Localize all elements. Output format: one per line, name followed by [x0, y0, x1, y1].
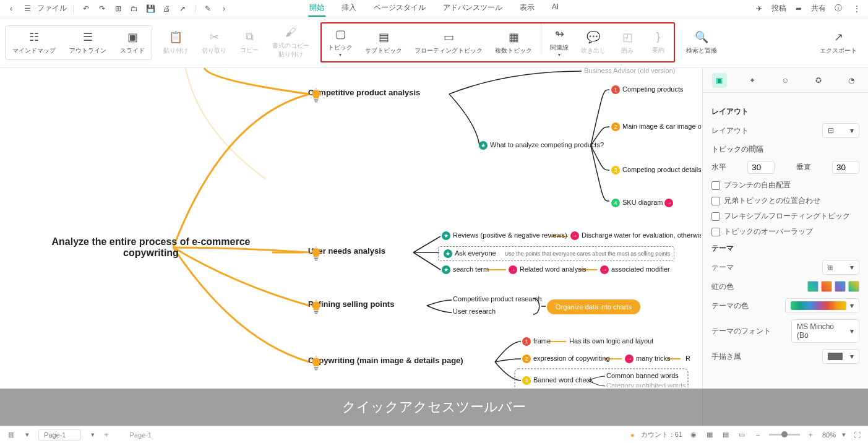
node-expr[interactable]: 2expression of copywriting: [522, 355, 610, 363]
file-menu[interactable]: ファイル: [37, 3, 67, 14]
node-bizadvisor[interactable]: Business Advisor (old version): [584, 68, 675, 74]
tab-ai[interactable]: AI: [551, 0, 560, 17]
add-page-icon[interactable]: ＋: [101, 430, 111, 440]
center-topic[interactable]: Analyze the entire process of e-commerce…: [40, 236, 262, 259]
new-icon[interactable]: ⊞: [112, 2, 124, 15]
node-refine[interactable]: Refining selling points: [308, 299, 394, 309]
panel-tab-icon[interactable]: ☺: [778, 73, 793, 88]
find-replace-button[interactable]: 🔍検索と置換: [680, 27, 723, 59]
open-icon[interactable]: 🗀: [128, 2, 140, 15]
back-icon[interactable]: ‹: [5, 2, 17, 15]
tab-insert[interactable]: 挿入: [340, 0, 358, 17]
save-icon[interactable]: 💾: [144, 2, 157, 15]
sb-dropdown-icon[interactable]: ▾: [22, 430, 32, 440]
tab-advanced[interactable]: アドバンスツール: [442, 0, 504, 17]
info-icon[interactable]: ⓘ: [832, 2, 844, 15]
sb-view2-icon[interactable]: ▦: [705, 430, 715, 440]
zoom-in-icon[interactable]: ＋: [806, 430, 816, 440]
node-copywriting[interactable]: Copywriting (main image & details page): [308, 356, 463, 365]
node-cp4[interactable]: 4SKU diagram →: [611, 199, 676, 207]
node-frame[interactable]: 1frame: [522, 337, 551, 346]
sb-view4-icon[interactable]: ▭: [737, 430, 747, 440]
edit-icon[interactable]: ✎: [202, 2, 214, 15]
zoom-out-icon[interactable]: −: [753, 430, 763, 440]
rainbow-sw-2[interactable]: [821, 281, 832, 292]
more-qat-icon[interactable]: ›: [218, 2, 230, 15]
floating-button[interactable]: ▭フローティングトピック: [408, 24, 489, 61]
sb-view1-icon[interactable]: ◉: [689, 430, 698, 440]
vert-input[interactable]: [832, 161, 859, 174]
theme-select[interactable]: ⊞▾: [822, 260, 859, 275]
node-banned-r2[interactable]: Category prohibited words: [606, 382, 685, 387]
undo-icon[interactable]: ↶: [80, 2, 92, 15]
tab-start[interactable]: 開始: [308, 0, 325, 17]
topic-button[interactable]: ▢トピック▾: [322, 24, 359, 61]
copy-button[interactable]: ⧉コピー: [234, 22, 265, 62]
panel-tab-tag[interactable]: ✪: [811, 73, 826, 88]
tab-pagestyle[interactable]: ページスタイル: [372, 0, 427, 17]
node-expr-r2[interactable]: R: [685, 355, 690, 362]
kebab-icon[interactable]: ⋮: [851, 2, 863, 15]
node-user-needs[interactable]: User needs analysis: [308, 246, 385, 256]
node-ur[interactable]: User research: [453, 308, 496, 315]
node-search-r2[interactable]: →associated modifier: [600, 265, 670, 274]
export-button[interactable]: ↗エクスポート: [814, 27, 863, 59]
tab-view[interactable]: 表示: [518, 0, 536, 17]
node-reviews[interactable]: ★Reviews (positive & negative reviews): [442, 231, 567, 240]
horiz-input[interactable]: [747, 161, 775, 174]
check-free-branch[interactable]: ブランチの自由配置: [711, 180, 859, 191]
node-search[interactable]: ★search term: [442, 265, 489, 274]
subtopic-button[interactable]: ▤サブトピック: [359, 24, 408, 61]
callout-button[interactable]: 💬吹き出し: [575, 24, 612, 61]
print-icon[interactable]: 🖨: [160, 2, 173, 15]
share-icon[interactable]: ➦: [793, 2, 805, 15]
check-sibling-align[interactable]: 兄弟トピックとの位置合わせ: [711, 196, 859, 206]
node-reviews-r[interactable]: →Discharge water for evaluation, otherwi…: [570, 231, 701, 240]
view-mindmap[interactable]: ☷マインドマップ: [6, 26, 62, 59]
export-qat-icon[interactable]: ↗: [176, 2, 189, 15]
node-search-r1[interactable]: →Related word analysis: [509, 265, 587, 274]
node-ask[interactable]: ★Ask everyone Use the points that everyo…: [438, 246, 674, 261]
send-icon[interactable]: ✈: [753, 2, 765, 15]
rainbow-sw-1[interactable]: [807, 281, 819, 292]
boundary-button[interactable]: ◰囲み: [612, 24, 643, 61]
format-paste-button[interactable]: 🖌書式のコピー貼り付け: [266, 22, 316, 62]
theme-font-select[interactable]: MS Mincho (Bo▾: [791, 319, 859, 343]
post-button[interactable]: 投稿: [771, 3, 786, 14]
mindmap-canvas[interactable]: Analyze the entire process of e-commerce…: [0, 68, 701, 387]
node-cp1[interactable]: 1Competing products: [611, 85, 683, 94]
node-competitive[interactable]: Competitive product analysis: [308, 88, 420, 97]
cut-button[interactable]: ✂切り取り: [196, 22, 233, 62]
zoom-slider[interactable]: [769, 434, 800, 436]
node-cpr[interactable]: Competitive product research: [453, 295, 542, 303]
multi-button[interactable]: ▦複数トピック: [489, 24, 538, 61]
check-flex-float[interactable]: フレキシブルフローティングトピック: [711, 211, 859, 222]
node-banned[interactable]: 3Banned word check: [522, 376, 593, 385]
panel-tab-layout[interactable]: ▣: [712, 73, 727, 88]
sb-view3-icon[interactable]: ▤: [721, 430, 731, 440]
node-cp2[interactable]: 2Main image & car image of: [611, 123, 701, 131]
node-organize[interactable]: Organize data into charts: [547, 299, 640, 314]
rainbow-sw-4[interactable]: [848, 281, 859, 292]
node-banned-r1[interactable]: Common banned words: [606, 372, 679, 379]
panel-tab-style[interactable]: ✦: [745, 73, 760, 88]
panel-collapse-icon[interactable]: ›: [702, 73, 703, 89]
node-frame-r[interactable]: Has its own logic and layout: [569, 337, 653, 345]
relation-button[interactable]: ↬関連線▾: [544, 24, 575, 61]
share-button[interactable]: 共有: [811, 3, 826, 14]
panel-tab-more[interactable]: ◔: [844, 73, 859, 88]
handdrawn-select[interactable]: ▾: [822, 349, 859, 364]
layout-select[interactable]: ⊟▾: [822, 123, 859, 138]
page-tab[interactable]: Page-1: [38, 429, 81, 441]
menu-icon[interactable]: ☰: [21, 2, 33, 15]
fullscreen-icon[interactable]: ⛶: [852, 430, 862, 440]
view-slide[interactable]: ▣スライド: [113, 26, 152, 59]
summary-button[interactable]: }要約: [643, 24, 674, 61]
sb-outline-icon[interactable]: ▥: [6, 430, 16, 440]
redo-icon[interactable]: ↷: [96, 2, 108, 15]
rainbow-sw-3[interactable]: [835, 281, 846, 292]
view-outline[interactable]: ☰アウトライン: [62, 26, 113, 59]
node-cp3[interactable]: 3Competing product details p: [611, 166, 701, 174]
paste-button[interactable]: 📋貼り付け: [157, 22, 194, 62]
theme-color-select[interactable]: ▾: [785, 298, 859, 313]
